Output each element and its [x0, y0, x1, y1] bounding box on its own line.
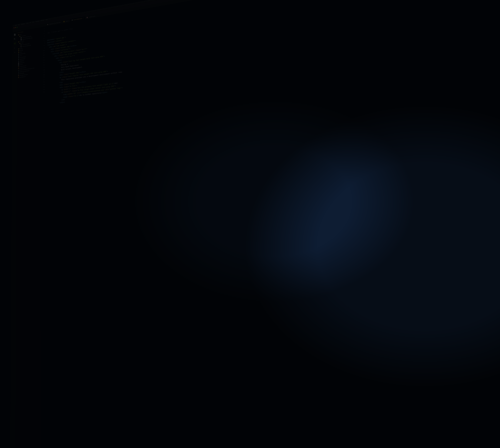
token-b: < [54, 55, 55, 57]
token-txt [67, 96, 68, 97]
token-txt [59, 57, 60, 59]
token-eq: = [59, 47, 60, 49]
file-icon: 📁 [18, 34, 19, 35]
token-tag: div [73, 45, 76, 47]
file-icon: 📁 [19, 43, 20, 44]
token-str: "/" [68, 88, 71, 90]
token-tag: div [60, 86, 63, 88]
debug-icon[interactable]: ▶ [14, 47, 15, 49]
token-txt [58, 55, 58, 57]
file-icon: 📦 [18, 66, 19, 67]
token-attr: class [55, 50, 59, 52]
token-tag: div [51, 48, 54, 50]
token-eq: = [68, 83, 69, 85]
token-attr: class [58, 54, 63, 56]
menu-help[interactable]: Help [46, 19, 48, 21]
token-paren: ( [54, 38, 55, 40]
menu-go[interactable]: Go [30, 22, 31, 23]
token-b: > [114, 82, 115, 84]
sidebar-item-label: tests [20, 51, 22, 53]
menu-run[interactable]: Run [32, 21, 34, 23]
source-control-icon[interactable]: 🌿 [14, 42, 16, 45]
token-attr: href [64, 91, 67, 93]
explorer-icon[interactable]: 📄 [14, 33, 16, 36]
menu-view[interactable]: View [26, 23, 28, 24]
code-editor[interactable]: 1234567891011121314151617181920212223242… [40, 0, 500, 448]
close-icon[interactable] [14, 27, 15, 28]
token-b: > [104, 55, 105, 57]
code-content[interactable]: You, 7 months ago | 1 author (You) @exte… [47, 0, 500, 105]
token-paren: ) [63, 39, 64, 41]
file-icon: 📄 [20, 39, 22, 40]
file-icon: 🐳 [18, 71, 19, 73]
token-b: > [115, 85, 116, 87]
close-tab-icon[interactable]: × [83, 17, 83, 19]
token-b: > [61, 59, 62, 61]
editor-window: FileEditSelectionViewGoRunTerminalWindow… [10, 0, 500, 448]
file-icon: 📁 [18, 50, 19, 51]
extensions-icon[interactable]: ⊞ [14, 51, 15, 54]
token-txt [54, 48, 55, 50]
token-b: </ [60, 81, 61, 83]
token-b: > [106, 91, 107, 93]
sidebar-item-label: routes [20, 48, 22, 49]
token-tag: div [50, 46, 52, 48]
token-txt [71, 88, 72, 90]
token-txt: Get [115, 82, 118, 84]
menu-edit[interactable]: Edit [18, 24, 20, 26]
token-eq: = [65, 56, 65, 58]
token-attr: class [55, 42, 59, 45]
file-icon: ⚙️ [18, 53, 19, 55]
token-b: > [85, 81, 86, 83]
token-tag: div [55, 55, 58, 57]
token-b: < [61, 89, 62, 91]
token-b: > [76, 84, 77, 86]
token-b: </ [61, 99, 63, 101]
token-txt [71, 90, 72, 92]
file-icon: 📁 [18, 52, 19, 53]
file-icon: 📦 [18, 77, 19, 78]
token-b: < [51, 51, 52, 53]
search-icon[interactable]: 🔍 [14, 38, 16, 40]
token-eq: = [76, 90, 77, 92]
file-icon: 🐘 [20, 46, 22, 48]
menu-file[interactable]: File [15, 25, 17, 26]
token-attr: class [64, 86, 68, 88]
token-attr: class [62, 76, 66, 78]
token-tag: div [60, 84, 63, 86]
token-b: > [74, 55, 75, 57]
token-b: < [60, 87, 60, 89]
file-icon: ⚙️ [18, 57, 19, 59]
tab-label: _colors.scss [89, 15, 96, 18]
maximize-icon[interactable] [17, 27, 17, 28]
token-b: > [64, 99, 65, 101]
minimize-icon[interactable] [15, 27, 16, 28]
token-attr: class [72, 90, 76, 92]
token-eq: = [59, 42, 60, 44]
token-str: "/" [68, 90, 71, 93]
token-attr: src [77, 92, 80, 94]
token-paren: ( [54, 41, 55, 43]
sidebar-item-label: views [21, 42, 23, 44]
file-icon: 🐳 [18, 73, 19, 75]
token-attr: class [68, 95, 73, 97]
token-b: ></ [80, 71, 82, 73]
file-icon: 🐳 [18, 70, 19, 71]
token-txt [47, 51, 51, 53]
file-icon: 📦 [18, 75, 19, 76]
token-eq: = [73, 95, 74, 97]
token-b: </ [59, 71, 61, 74]
token-b: > [86, 48, 87, 50]
file-icon: 📄 [20, 37, 22, 39]
token-tag: div [58, 59, 61, 61]
token-eq: = [80, 92, 81, 94]
file-icon: 📄 [18, 63, 19, 64]
token-b: < [56, 57, 57, 59]
token-eq: = [76, 87, 77, 89]
token-tag: span [103, 91, 107, 94]
token-tag: div [82, 81, 85, 83]
token-txt [63, 91, 64, 93]
token-txt [63, 89, 64, 91]
sidebar-item-label: app [20, 34, 21, 35]
sidebar-item-label: .env [20, 55, 22, 57]
